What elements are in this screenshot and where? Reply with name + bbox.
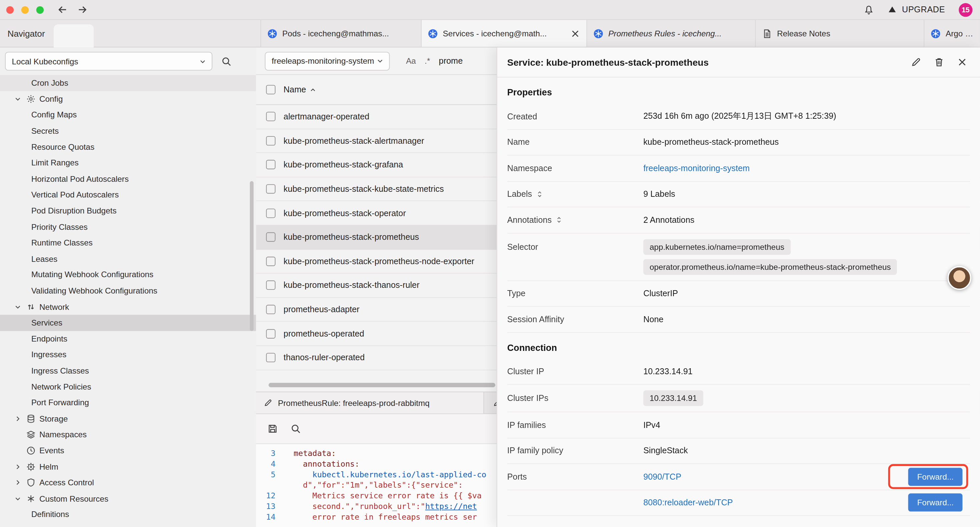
sidebar-item-config-maps[interactable]: Config Maps (0, 107, 256, 123)
sidebar-item-helm[interactable]: Helm (0, 459, 256, 474)
chevron-right-icon[interactable] (14, 415, 26, 423)
sidebar-item-port-forwarding[interactable]: Port Forwarding (0, 395, 256, 411)
upgrade-button[interactable]: UPGRADE (888, 5, 945, 14)
back-icon[interactable] (57, 4, 68, 15)
minimize-window-button[interactable] (21, 6, 29, 13)
tab-prometheus-rules-icecheng[interactable]: Prometheus Rules - icecheng... (587, 20, 756, 47)
row-checkbox[interactable] (266, 329, 275, 338)
sidebar-item-label: Namespaces (39, 430, 87, 439)
sidebar-item-cron-jobs[interactable]: Cron Jobs (0, 75, 256, 91)
close-tab-icon[interactable] (570, 29, 581, 38)
sidebar-item-storage[interactable]: Storage (0, 411, 256, 427)
sort-asc-icon (309, 86, 317, 93)
sidebar-item-limit-ranges[interactable]: Limit Ranges (0, 155, 256, 171)
row-checkbox[interactable] (266, 209, 275, 218)
sidebar-item-label: Storage (39, 414, 68, 423)
detail-row: Selectorapp.kubernetes.io/name=prometheu… (507, 233, 970, 280)
sidebar-item-config[interactable]: Config (0, 91, 256, 107)
sidebar-item-vertical-pod-autoscalers[interactable]: Vertical Pod Autoscalers (0, 187, 256, 203)
sidebar-scrollbar-thumb[interactable] (250, 181, 253, 331)
sidebar-item-resource-quotas[interactable]: Resource Quotas (0, 139, 256, 155)
sidebar-item-ingress-classes[interactable]: Ingress Classes (0, 363, 256, 379)
sidebar-item-pod-disruption-budgets[interactable]: Pod Disruption Budgets (0, 203, 256, 219)
bell-icon[interactable] (864, 5, 874, 15)
detail-value: 10.233.14.91 (643, 385, 970, 412)
sidebar-item-leases[interactable]: Leases (0, 251, 256, 267)
sidebar-item-secrets[interactable]: Secrets (0, 123, 256, 139)
row-checkbox[interactable] (266, 232, 275, 242)
chevron-down-icon[interactable] (14, 95, 26, 103)
row-checkbox[interactable] (266, 136, 275, 145)
chevron-right-icon[interactable] (14, 463, 26, 471)
section-title: Properties (507, 77, 970, 104)
close-window-button[interactable] (6, 6, 14, 13)
sidebar-item-services[interactable]: Services (0, 315, 256, 331)
sidebar-item-endpoints[interactable]: Endpoints (0, 331, 256, 347)
namespace-filter[interactable]: freeleaps-monitoring-system (265, 51, 390, 70)
notification-badge[interactable]: 15 (959, 3, 972, 16)
sidebar-item-label: Services (31, 318, 62, 327)
chevron-down-icon[interactable] (14, 303, 26, 310)
sidebar-item-priority-classes[interactable]: Priority Classes (0, 219, 256, 235)
floating-avatar[interactable] (948, 266, 971, 290)
sidebar-item-validating-webhook-configurations[interactable]: Validating Webhook Configurations (0, 283, 256, 299)
save-icon[interactable] (267, 424, 278, 434)
row-checkbox[interactable] (266, 160, 275, 169)
sidebar-item-ingresses[interactable]: Ingresses (0, 347, 256, 363)
sidebar-item-custom-resources[interactable]: Custom Resources (0, 490, 256, 507)
row-checkbox[interactable] (266, 112, 275, 121)
sidebar-item-network-policies[interactable]: Network Policies (0, 379, 256, 395)
tab-label: Pods - icecheng@mathmas... (282, 29, 415, 38)
sidebar-item-label: Access Control (39, 478, 94, 487)
column-header-name[interactable]: Name (283, 85, 317, 94)
regex-toggle[interactable]: .* (425, 56, 430, 66)
horizontal-scrollbar-thumb[interactable] (269, 383, 495, 387)
row-name: kube-prometheus-stack-operator (283, 209, 406, 218)
tab-label: Argo S... (946, 29, 974, 38)
sidebar-item-label: Events (39, 446, 64, 455)
row-checkbox[interactable] (266, 353, 275, 362)
detail-label: Created (507, 112, 643, 121)
edit-button[interactable] (911, 57, 921, 67)
sidebar-item-definitions[interactable]: Definitions (0, 507, 256, 523)
tab-pods-icecheng-mathmas[interactable]: Pods - icecheng@mathmas... (261, 20, 422, 47)
namespace-link[interactable]: freeleaps-monitoring-system (643, 164, 750, 173)
sidebar-item-label: Port Forwarding (31, 398, 89, 407)
sort-toggle-icon[interactable] (555, 216, 563, 223)
delete-button[interactable] (934, 57, 944, 67)
row-checkbox[interactable] (266, 185, 275, 194)
tab-services-icecheng-math[interactable]: Services - icecheng@math... (422, 20, 587, 47)
sidebar-item-access-control[interactable]: Access Control (0, 474, 256, 490)
tab-release-notes[interactable]: Release Notes (756, 20, 924, 47)
sidebar-item-namespaces[interactable]: Namespaces (0, 427, 256, 443)
row-checkbox[interactable] (266, 305, 275, 314)
forward-button[interactable]: Forward... (908, 494, 963, 512)
row-checkbox[interactable] (266, 281, 275, 290)
row-checkbox[interactable] (266, 256, 275, 266)
chevron-right-icon[interactable] (14, 479, 26, 487)
chevron-down-icon[interactable] (14, 495, 26, 503)
match-case-toggle[interactable]: Aa (406, 56, 416, 66)
maximize-window-button[interactable] (37, 6, 44, 13)
port-link[interactable]: 8080:reloader-web/TCP (643, 498, 733, 507)
select-all-checkbox[interactable] (266, 85, 275, 94)
row-name: kube-prometheus-stack-kube-state-metrics (283, 185, 444, 194)
dock-tab-prometheusrule[interactable]: PrometheusRule: freeleaps-prod-rabbitmq (256, 392, 484, 414)
search-input[interactable]: prome (439, 56, 463, 66)
kubeconfig-selector[interactable]: Local Kubeconfigs (5, 52, 213, 70)
port-link[interactable]: 9090/TCP (643, 472, 681, 481)
kubernetes-icon (428, 29, 438, 38)
sidebar-item-network[interactable]: Network (0, 299, 256, 315)
sidebar-item-mutating-webhook-configurations[interactable]: Mutating Webhook Configurations (0, 267, 256, 283)
tab-argo-s[interactable]: Argo S... (924, 20, 980, 47)
sidebar-item-horizontal-pod-autoscalers[interactable]: Horizontal Pod Autoscalers (0, 171, 256, 187)
forward-button[interactable]: Forward... (908, 468, 963, 486)
close-panel-button[interactable] (957, 57, 968, 67)
search-icon[interactable] (291, 424, 301, 434)
sidebar-item-runtime-classes[interactable]: Runtime Classes (0, 235, 256, 251)
detail-label: Ports (507, 472, 643, 481)
search-icon[interactable] (221, 56, 232, 67)
sidebar-item-events[interactable]: Events (0, 443, 256, 459)
sort-toggle-icon[interactable] (536, 191, 543, 198)
forward-icon[interactable] (77, 4, 88, 15)
